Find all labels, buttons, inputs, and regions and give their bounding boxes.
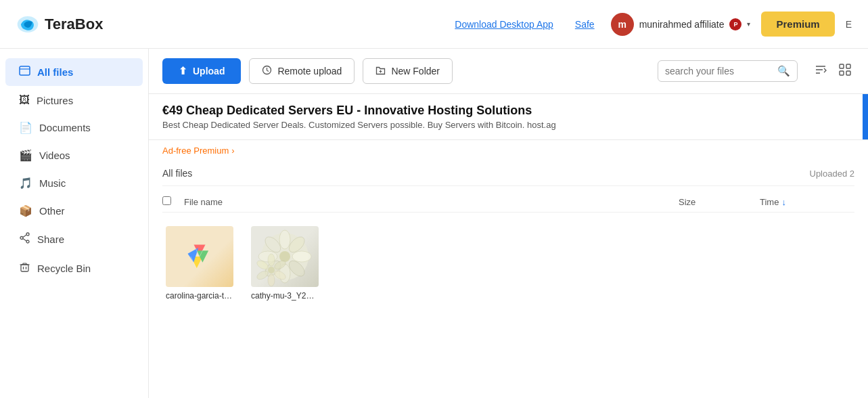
sidebar-recyclebin-label: Recycle Bin <box>37 263 91 274</box>
chevron-down-icon: ▾ <box>747 20 750 28</box>
svg-point-36 <box>279 251 290 262</box>
sidebar-item-videos[interactable]: 🎬 Videos <box>5 142 143 169</box>
file-name-label: cathy-mu-3_Y2wn... <box>251 291 319 301</box>
svg-point-40 <box>268 274 275 286</box>
new-folder-icon <box>375 65 386 77</box>
svg-point-4 <box>26 240 29 243</box>
safe-link[interactable]: Safe <box>575 19 595 30</box>
logo-area: TeraBox <box>16 13 103 36</box>
sidebar-item-pictures[interactable]: 🖼 Pictures <box>5 87 143 113</box>
file-thumbnail <box>251 226 319 287</box>
logo-text: TeraBox <box>45 16 103 33</box>
music-icon: 🎵 <box>19 177 32 190</box>
search-input[interactable] <box>665 66 773 76</box>
svg-rect-19 <box>846 71 850 75</box>
sidebar-allfiles-label: All files <box>37 66 73 78</box>
file-section-left: All files <box>162 168 192 179</box>
search-icon: 🔍 <box>777 65 790 77</box>
header-links: Download Desktop App Safe <box>455 19 594 30</box>
premium-user-icon: P <box>729 18 741 30</box>
username-label: munirahmed affiliate <box>639 19 725 30</box>
new-folder-button[interactable]: New Folder <box>363 58 453 84</box>
select-all-checkbox[interactable] <box>162 196 171 205</box>
allfiles-icon <box>19 65 30 79</box>
search-area: 🔍 <box>658 60 798 82</box>
recyclebin-icon <box>19 261 30 275</box>
remote-upload-icon <box>262 65 272 77</box>
svg-rect-16 <box>840 64 844 68</box>
svg-line-6 <box>23 239 26 242</box>
sidebar-share-label: Share <box>37 234 64 245</box>
col-size-header: Size <box>679 197 760 207</box>
svg-rect-18 <box>840 71 844 75</box>
ad-free-link[interactable]: Ad-free Premium › <box>162 146 854 156</box>
file-area: All files Uploaded 2 File name Size Time… <box>149 161 868 398</box>
svg-rect-7 <box>21 265 28 271</box>
svg-point-37 <box>268 254 275 266</box>
svg-point-43 <box>268 267 275 273</box>
sort-button[interactable] <box>811 60 830 83</box>
list-item[interactable]: carolina-garcia-ta... <box>162 226 237 301</box>
file-name-label: carolina-garcia-ta... <box>166 291 233 301</box>
column-headers: File name Size Time ↓ <box>162 192 854 213</box>
header: TeraBox Download Desktop App Safe m muni… <box>0 0 868 49</box>
avatar: m <box>611 13 634 36</box>
other-icon: 📦 <box>19 204 32 217</box>
ad-banner[interactable]: €49 Cheap Dedicated Servers EU - Innovat… <box>149 94 868 140</box>
svg-point-30 <box>292 251 311 262</box>
svg-line-5 <box>23 235 26 238</box>
documents-icon: 📄 <box>19 121 32 134</box>
sidebar-item-share[interactable]: Share <box>5 225 143 253</box>
header-extra-label: E <box>846 19 852 30</box>
download-desktop-link[interactable]: Download Desktop App <box>455 19 553 30</box>
main-content: ⬆ Upload Remote upload New Folder 🔍 <box>149 49 868 398</box>
toolbar: ⬆ Upload Remote upload New Folder 🔍 <box>149 49 868 94</box>
svg-rect-1 <box>20 66 30 75</box>
col-time-header: Time ↓ <box>760 197 854 207</box>
ad-title: €49 Cheap Dedicated Servers EU - Innovat… <box>162 104 854 118</box>
origami-crane-image <box>176 233 223 280</box>
section-allfiles-label: All files <box>162 168 192 179</box>
sidebar-other-label: Other <box>39 205 65 217</box>
svg-point-28 <box>279 230 290 249</box>
flower-image <box>251 226 319 287</box>
svg-point-3 <box>20 237 23 240</box>
remote-upload-button[interactable]: Remote upload <box>249 58 355 84</box>
sidebar-item-documents[interactable]: 📄 Documents <box>5 114 143 141</box>
sidebar-item-recyclebin[interactable]: Recycle Bin <box>5 255 143 282</box>
sidebar-item-music[interactable]: 🎵 Music <box>5 170 143 196</box>
main-layout: All files 🖼 Pictures 📄 Documents 🎬 Video… <box>0 49 868 398</box>
sidebar-pictures-label: Pictures <box>37 95 73 106</box>
ad-subtitle: Best Cheap Dedicated Server Deals. Custo… <box>162 120 854 130</box>
upload-button[interactable]: ⬆ Upload <box>162 58 241 84</box>
share-icon <box>19 232 30 246</box>
uploaded-count-label: Uploaded 2 <box>810 169 855 179</box>
terabox-logo-icon <box>16 13 39 36</box>
list-item[interactable]: cathy-mu-3_Y2wn... <box>248 226 322 301</box>
ad-free-bar: Ad-free Premium › <box>149 140 868 161</box>
time-sort-icon: ↓ <box>781 197 786 207</box>
toolbar-icons <box>811 60 854 83</box>
col-filename-header: File name <box>184 197 679 207</box>
sidebar-item-other[interactable]: 📦 Other <box>5 198 143 224</box>
header-user[interactable]: m munirahmed affiliate P ▾ <box>611 13 751 36</box>
pictures-icon: 🖼 <box>19 94 30 106</box>
file-section-right: Uploaded 2 <box>810 169 855 179</box>
sidebar-music-label: Music <box>39 177 66 189</box>
file-section-header: All files Uploaded 2 <box>162 161 854 186</box>
videos-icon: 🎬 <box>19 149 32 162</box>
file-thumbnail <box>166 226 233 287</box>
ad-content: €49 Cheap Dedicated Servers EU - Innovat… <box>162 104 854 130</box>
grid-view-button[interactable] <box>836 60 854 83</box>
sidebar-item-allfiles[interactable]: All files <box>5 58 143 86</box>
upload-icon: ⬆ <box>179 65 187 77</box>
select-all-checkbox-area <box>162 196 184 208</box>
file-grid: carolina-garcia-ta... <box>162 221 854 306</box>
svg-point-2 <box>26 233 29 236</box>
sidebar-documents-label: Documents <box>39 122 91 133</box>
sidebar-videos-label: Videos <box>39 150 70 161</box>
svg-rect-17 <box>846 64 850 68</box>
sidebar: All files 🖼 Pictures 📄 Documents 🎬 Video… <box>0 49 149 398</box>
ad-stripe <box>863 94 868 139</box>
premium-button[interactable]: Premium <box>761 12 834 37</box>
